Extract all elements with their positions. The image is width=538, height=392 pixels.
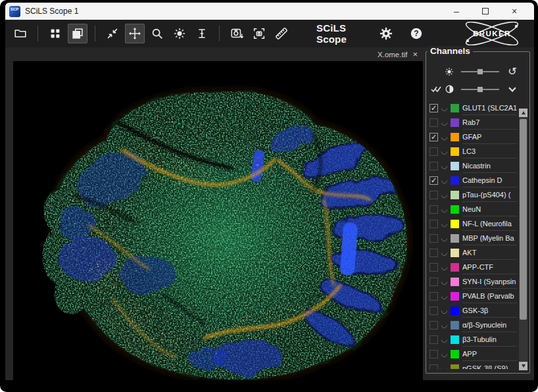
channel-curve-icon[interactable]	[440, 249, 449, 257]
scrollbar-thumb[interactable]	[520, 119, 527, 320]
help-button[interactable]: ?	[406, 24, 426, 43]
channel-visibility-checkbox[interactable]	[429, 220, 438, 228]
channel-color-swatch[interactable]	[451, 191, 459, 199]
channel-label: APP	[462, 347, 517, 361]
channel-curve-icon[interactable]	[440, 104, 449, 112]
contrast-slider-handle[interactable]	[477, 87, 483, 92]
channel-curve-icon[interactable]	[440, 364, 449, 369]
channel-visibility-checkbox[interactable]	[429, 364, 438, 370]
channel-color-swatch[interactable]	[451, 147, 459, 156]
channel-curve-icon[interactable]	[440, 176, 449, 185]
app-window: SCP SCiLS Scope 1 – × SCiLS Scope	[0, 0, 538, 392]
channel-color-swatch[interactable]	[451, 364, 459, 370]
brightness-tool-button[interactable]	[170, 24, 189, 43]
channel-curve-icon[interactable]	[440, 335, 449, 344]
channel-visibility-checkbox[interactable]	[429, 191, 438, 199]
channel-visibility-checkbox[interactable]	[429, 350, 438, 358]
channel-color-swatch[interactable]	[451, 234, 459, 243]
channel-visibility-checkbox[interactable]	[429, 292, 438, 301]
channel-visibility-checkbox[interactable]	[429, 249, 438, 257]
channel-row: α/β-Synuclein	[429, 318, 517, 332]
channel-row: SYN-I (Syanpsin	[429, 274, 517, 289]
intensity-tool-icon	[195, 26, 209, 41]
channel-visibility-checkbox[interactable]	[429, 147, 438, 156]
channel-color-swatch[interactable]	[451, 350, 459, 358]
channel-color-swatch[interactable]	[451, 263, 459, 272]
channel-curve-icon[interactable]	[440, 292, 449, 301]
channel-curve-icon[interactable]	[440, 205, 449, 214]
brightness-row: ↺	[429, 62, 526, 80]
channel-color-swatch[interactable]	[451, 104, 459, 112]
grid-view-icon	[48, 26, 62, 41]
channel-visibility-checkbox[interactable]: ✓	[429, 104, 438, 112]
channel-row: AKT	[429, 245, 517, 260]
brightness-slider[interactable]	[461, 71, 499, 72]
channel-curve-icon[interactable]	[440, 118, 449, 127]
channel-color-swatch[interactable]	[451, 249, 459, 257]
channel-curve-icon[interactable]	[440, 220, 449, 228]
channel-visibility-checkbox[interactable]	[429, 205, 438, 214]
channel-curve-icon[interactable]	[440, 350, 449, 358]
channel-label: α/β-Synuclein	[462, 318, 517, 332]
channel-visibility-checkbox[interactable]	[429, 162, 438, 170]
channel-color-swatch[interactable]	[451, 278, 459, 286]
channel-color-swatch[interactable]	[451, 335, 459, 344]
capture-region-button[interactable]	[249, 24, 269, 43]
close-button[interactable]: ×	[500, 3, 529, 19]
intensity-tool-button[interactable]	[192, 24, 212, 43]
contrast-icon	[443, 84, 456, 94]
channel-visibility-checkbox[interactable]: ✓	[429, 133, 438, 141]
channel-curve-icon[interactable]	[440, 234, 449, 243]
channel-curve-icon[interactable]	[440, 278, 449, 286]
settings-button[interactable]	[376, 24, 396, 43]
measure-tool-button[interactable]	[272, 24, 291, 43]
channel-color-swatch[interactable]	[451, 292, 459, 301]
open-folder-button[interactable]	[11, 24, 30, 43]
channel-visibility-checkbox[interactable]	[429, 335, 438, 344]
zoom-tool-button[interactable]	[147, 24, 167, 43]
tab-xometif[interactable]: X.ome.tif	[378, 51, 407, 59]
channel-visibility-checkbox[interactable]	[429, 321, 438, 330]
channel-curve-icon[interactable]	[440, 162, 449, 170]
overlay-view-button[interactable]	[68, 24, 87, 43]
channel-row: Nicastrin	[429, 159, 517, 173]
grid-view-button[interactable]	[45, 24, 65, 43]
channel-color-swatch[interactable]	[451, 176, 459, 185]
minimize-button[interactable]: –	[442, 3, 471, 19]
channel-curve-icon[interactable]	[440, 263, 449, 272]
channel-visibility-checkbox[interactable]	[429, 118, 438, 127]
channel-visibility-checkbox[interactable]	[429, 234, 438, 243]
fit-view-button[interactable]	[103, 24, 122, 43]
scroll-down-button[interactable]	[519, 362, 527, 370]
channel-color-swatch[interactable]	[451, 118, 459, 127]
channel-visibility-checkbox[interactable]	[429, 263, 438, 272]
collapse-adjustments-button[interactable]	[506, 88, 519, 91]
check-all-icon[interactable]	[429, 85, 443, 93]
channel-visibility-checkbox[interactable]: ✓	[429, 176, 438, 185]
contrast-slider[interactable]	[461, 89, 499, 90]
brightness-slider-handle[interactable]	[477, 69, 483, 74]
channel-visibility-checkbox[interactable]	[429, 306, 438, 315]
maximize-button[interactable]	[471, 3, 500, 19]
channel-color-swatch[interactable]	[451, 220, 459, 228]
channel-curve-icon[interactable]	[440, 321, 449, 330]
channel-curve-icon[interactable]	[440, 306, 449, 315]
channel-color-swatch[interactable]	[451, 162, 459, 170]
pan-tool-button[interactable]	[125, 24, 145, 43]
image-canvas[interactable]	[13, 61, 423, 380]
snapshot-export-button[interactable]	[227, 24, 247, 43]
channel-color-swatch[interactable]	[451, 321, 459, 330]
tab-close-icon[interactable]: ×	[412, 50, 418, 59]
channels-groupbox: Channels ↺	[426, 51, 530, 374]
channel-scrollbar[interactable]	[519, 109, 527, 370]
channel-color-swatch[interactable]	[451, 205, 459, 214]
scroll-up-button[interactable]	[519, 109, 527, 117]
channel-curve-icon[interactable]	[440, 133, 449, 141]
reset-adjustments-button[interactable]: ↺	[506, 66, 519, 77]
channel-curve-icon[interactable]	[440, 191, 449, 199]
channel-visibility-checkbox[interactable]	[429, 278, 438, 286]
triangle-up-icon	[522, 111, 526, 114]
channel-color-swatch[interactable]	[451, 306, 459, 315]
channel-color-swatch[interactable]	[451, 133, 459, 141]
channel-curve-icon[interactable]	[440, 147, 449, 156]
